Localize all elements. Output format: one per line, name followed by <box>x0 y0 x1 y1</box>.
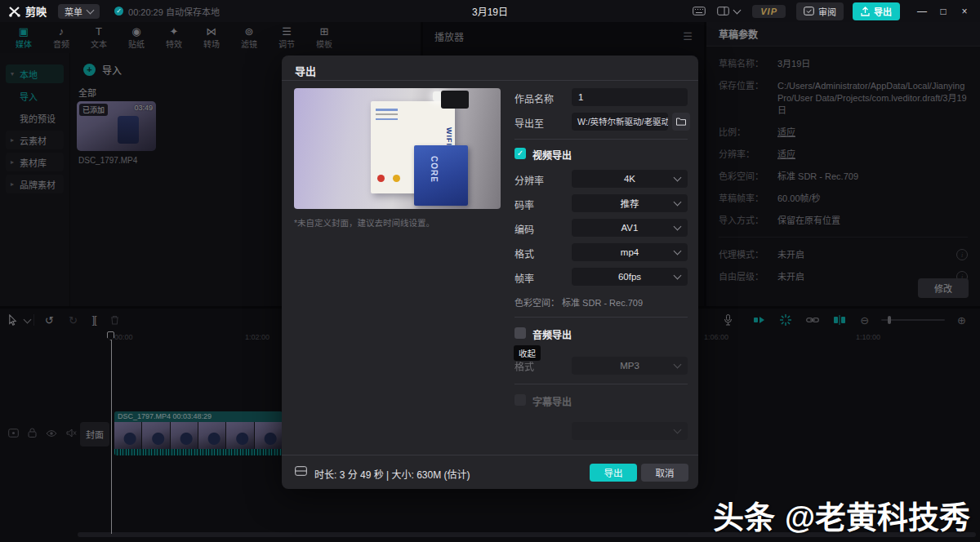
chevron-down-icon <box>674 272 682 280</box>
resolution-select[interactable]: 4K <box>572 170 688 188</box>
codec-select[interactable]: AV1 <box>572 219 688 237</box>
browse-folder-button[interactable] <box>672 113 690 131</box>
review-button[interactable]: 审阅 <box>796 2 844 20</box>
audio-export-checkbox[interactable] <box>514 327 526 339</box>
toutiao-watermark: 头条 @老黄科技秀 <box>713 492 970 537</box>
audio-export-label: 音频导出 <box>532 327 572 341</box>
chevron-down-icon <box>674 198 682 207</box>
chevron-down-icon <box>87 6 95 14</box>
video-export-checkbox[interactable]: ✓ <box>514 148 526 159</box>
minimize-button[interactable]: — <box>911 6 933 17</box>
menu-button[interactable]: 菜单 <box>58 4 100 19</box>
export-summary-text: 时长: 3 分 49 秒 | 大小: 630M (估计) <box>314 467 470 481</box>
select-value: 推荐 <box>621 197 639 210</box>
codec-label: 编码 <box>514 222 534 236</box>
subtitle-export-checkbox <box>514 394 526 406</box>
jianying-logo-icon <box>8 6 21 17</box>
cover-note: *未自定义封面，建议去时间线设置。 <box>294 216 434 229</box>
dialog-divider <box>282 80 698 81</box>
select-value: 60fps <box>618 272 641 282</box>
export-top-button[interactable]: 导出 <box>853 2 900 20</box>
select-value: AV1 <box>621 223 639 233</box>
cancel-button[interactable]: 取消 <box>641 464 688 482</box>
name-field-label: 作品名称 <box>514 91 554 105</box>
chevron-down-icon <box>733 6 742 14</box>
select-value: 4K <box>624 174 635 184</box>
shortcut-keys-icon[interactable] <box>693 7 706 16</box>
export-dialog: 导出 WIFI CORE *未自定义封面，建议去时间线设置。 作品名称 导出至 … <box>282 56 698 489</box>
chevron-down-icon <box>674 174 682 182</box>
camera-graphic <box>441 91 469 109</box>
format-select[interactable]: mp4 <box>572 243 688 261</box>
video-export-label: 视频导出 <box>532 148 572 162</box>
autosave-icon: ✓ <box>114 7 123 16</box>
app-logo: 剪映 <box>8 3 47 19</box>
bitrate-label: 码率 <box>514 198 534 211</box>
export-path-field[interactable]: W:/英特尔新驱动/老驱动... <box>572 113 668 131</box>
review-icon <box>804 7 814 16</box>
watermark-brand: 头条 <box>713 492 775 537</box>
autosave-status: ✓ 00:20:29 自动保存本地 <box>114 5 220 18</box>
path-field-label: 导出至 <box>514 116 544 130</box>
upload-icon <box>861 7 870 16</box>
watermark-handle: @老黄科技秀 <box>785 492 970 537</box>
colorspace-text: 色彩空间： 标准 SDR - Rec.709 <box>514 295 643 309</box>
audio-format-label: 格式 <box>514 359 534 373</box>
section-divider <box>514 139 688 140</box>
maximize-button[interactable]: □ <box>933 6 954 17</box>
chevron-down-icon <box>674 247 682 255</box>
framerate-select[interactable]: 60fps <box>572 268 688 286</box>
app-name: 剪映 <box>25 3 47 19</box>
work-name-input[interactable] <box>572 88 688 106</box>
bitrate-select[interactable]: 推荐 <box>572 194 688 212</box>
film-icon <box>295 466 307 478</box>
layout-switch-button[interactable] <box>717 7 740 16</box>
collapse-tooltip: 收起 <box>514 345 541 361</box>
export-confirm-button[interactable]: 导出 <box>590 464 637 482</box>
cover-preview-image: WIFI CORE <box>294 88 501 209</box>
audio-format-select: MP3 <box>572 357 688 375</box>
export-dialog-title: 导出 <box>295 63 316 78</box>
jianying-app-window: ▣媒体♪音频T文本◉贴纸✦特效⋈转场⊚滤镜☰调节⊞模板 ▾本地导入我的预设▸云素… <box>0 0 980 542</box>
footer-divider <box>282 455 698 455</box>
format-label: 格式 <box>514 247 534 260</box>
section-divider <box>514 384 688 384</box>
framerate-label: 帧率 <box>514 271 534 285</box>
section-divider <box>514 317 688 318</box>
close-button[interactable]: × <box>954 6 975 17</box>
cpu-box-graphic: CORE <box>414 145 468 206</box>
resolution-label: 分辨率 <box>514 173 544 187</box>
titlebar: 剪映 菜单 ✓ 00:20:29 自动保存本地 3月19日 VIP 审阅 <box>0 0 980 22</box>
select-value: mp4 <box>621 247 639 257</box>
subtitle-format-select <box>572 422 688 440</box>
chevron-down-icon <box>674 223 682 231</box>
subtitle-export-label: 字幕导出 <box>532 394 572 408</box>
vip-badge[interactable]: VIP <box>752 5 786 18</box>
